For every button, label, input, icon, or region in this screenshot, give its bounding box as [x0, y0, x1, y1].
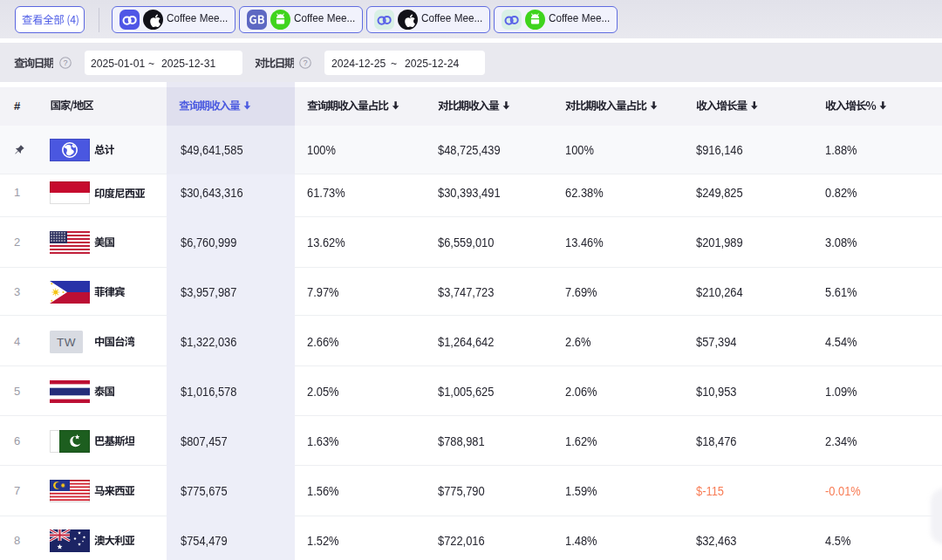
svg-text:?: ?: [63, 58, 67, 67]
svg-text:TW: TW: [57, 336, 76, 349]
svg-text:?: ?: [303, 58, 307, 67]
